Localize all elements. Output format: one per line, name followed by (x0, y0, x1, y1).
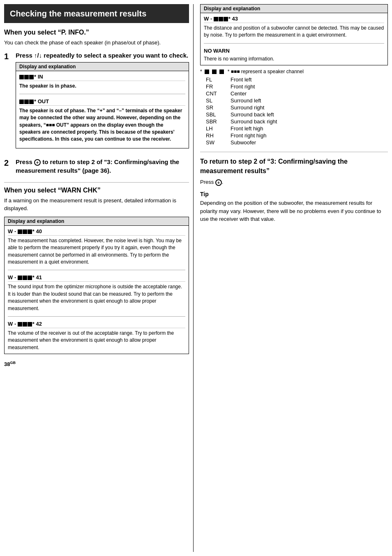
display-item-w40: W - * 40 The measurement has completed. … (8, 228, 185, 266)
nowarn-header: NO WARN (204, 48, 384, 54)
step1-display-box: Display and explanation * IN The speaker… (16, 62, 189, 148)
asterisk-star: * (200, 69, 202, 74)
w41-sq1 (18, 276, 22, 280)
out-description: The speaker is out of phase. The “+” and… (19, 107, 185, 143)
channel-desc: Center (231, 90, 388, 97)
asterisk-sq2 (212, 70, 217, 74)
black-sq-4 (19, 100, 24, 104)
display-item-w43: W - * 43 The distance and position of a … (204, 16, 384, 39)
channel-code: SW (206, 139, 231, 146)
w40-sq3 (28, 229, 32, 234)
w41-sq3 (28, 276, 32, 280)
w43-sq3 (224, 17, 228, 21)
page-num-value: 38 (4, 361, 10, 367)
channel-desc: Subwoofer (231, 139, 388, 146)
display-item-w41: W - * 41 The sound input from the optimi… (8, 274, 185, 312)
tip-section: Tip Depending on the position of the sub… (200, 191, 388, 223)
asterisk-note-row: * * ■■■ represent a speaker channel (200, 69, 388, 74)
section2-intro: If a warning on the measurement result i… (4, 197, 189, 213)
w41-label: W - * 41 (8, 274, 42, 280)
channel-desc: Front left (231, 76, 388, 83)
asterisk-sq3 (219, 70, 224, 74)
w40-sq2 (23, 229, 27, 234)
page-container: Checking the measurement results When yo… (0, 0, 392, 556)
page-title: Checking the measurement results (10, 8, 183, 19)
black-sq-5 (24, 100, 29, 104)
channel-desc: Front left high (231, 125, 388, 132)
tip-text: Depending on the position of the subwoof… (200, 199, 388, 223)
step-2-content: Press + to return to step 2 of "3: Confi… (16, 158, 189, 177)
in-label: * IN (34, 74, 43, 80)
channel-desc: Front right (231, 83, 388, 90)
in-description: The speaker is in phase. (19, 83, 185, 90)
w40-label: W - * 40 (8, 228, 42, 234)
w41-sq2 (23, 276, 27, 280)
display-item-w42: W - * 42 The volume of the receiver is o… (8, 321, 185, 351)
w42-description: The volume of the receiver is out of the… (8, 330, 185, 351)
in-out-divider (19, 94, 185, 94)
section1-intro: You can check the phase of each speaker … (4, 39, 189, 47)
channel-code: SBL (206, 111, 231, 118)
w40-sq1 (18, 229, 22, 234)
return-section-text: Press +. (200, 178, 388, 186)
right-column: Display and explanation W - * 43 The dis… (193, 4, 388, 552)
channel-desc: Surround back left (231, 111, 388, 118)
step-1: 1 Press ↑/↓ repeatedly to select a speak… (4, 51, 189, 153)
section2-title: When you select “WARN CHK” (4, 187, 189, 194)
w41-w42-divider (8, 316, 185, 317)
nowarn-description: There is no warning information. (204, 56, 384, 63)
right-display-box: Display and explanation W - * 43 The dis… (200, 4, 388, 65)
channel-desc: Front right high (231, 132, 388, 139)
w42-label: W - * 42 (8, 321, 42, 327)
display-item-in-header: * IN (19, 74, 185, 81)
w43-label: W - * 43 (204, 16, 238, 22)
tip-title: Tip (200, 191, 388, 197)
black-sq-3 (29, 75, 34, 79)
section-divider-1 (4, 182, 189, 183)
out-label: * OUT (34, 98, 49, 104)
warn-display-box: Display and explanation W - * 40 The mea… (4, 217, 189, 354)
right-display-box-content: W - * 43 The distance and position of a … (201, 13, 387, 65)
display-item-out: * OUT The speaker is out of phase. The “… (19, 98, 185, 143)
circle-icon-2: + (215, 179, 222, 186)
channel-code: CNT (206, 90, 231, 97)
asterisk-note-text: * ■■■ represent a speaker channel (228, 69, 304, 74)
channel-code: SL (206, 97, 231, 104)
step-1-number: 1 (4, 51, 12, 62)
w43-description: The distance and position of a subwoofer… (204, 25, 384, 39)
w42-sq2 (23, 322, 27, 327)
left-column: Checking the measurement results When yo… (4, 4, 189, 552)
section-header-box: Checking the measurement results (4, 4, 189, 23)
nowarn-label: NO WARN (204, 48, 230, 54)
channel-code: RH (206, 132, 231, 139)
circle-icon-1: + (34, 159, 41, 166)
display-item-out-header: * OUT (19, 98, 185, 106)
black-sq-1 (19, 75, 24, 79)
channel-code: LH (206, 125, 231, 132)
speaker-channel-table: * * ■■■ represent a speaker channel FLFr… (200, 69, 388, 146)
display-item-nowarn: NO WARN There is no warning information. (204, 48, 384, 63)
step-2: 2 Press + to return to step 2 of "3: Con… (4, 158, 189, 177)
return-section-title: To return to step 2 of “3: Confirming/sa… (200, 157, 388, 176)
channel-desc: Surround left (231, 97, 388, 104)
section1-title: When you select “P. INFO.” (4, 29, 189, 36)
step1-display-box-content: * IN The speaker is in phase. * OUT The … (16, 71, 189, 148)
channel-code: SBR (206, 118, 231, 125)
w42-sq1 (18, 322, 22, 327)
w41-header: W - * 41 (8, 274, 185, 282)
w41-description: The sound input from the optimizer micro… (8, 283, 185, 312)
right-display-box-header: Display and explanation (201, 5, 387, 13)
w40-description: The measurement has completed. However, … (8, 237, 185, 266)
step1-display-box-header: Display and explanation (16, 63, 189, 71)
w43-header: W - * 43 (204, 16, 384, 23)
warn-display-box-header: Display and explanation (5, 217, 189, 226)
w43-sq2 (219, 17, 223, 21)
black-sq-2 (24, 75, 29, 79)
channel-rows: FLFront leftFRFront rightCNTCenterSLSurr… (200, 76, 388, 146)
step-2-text: Press + to return to step 2 of "3: Confi… (16, 158, 189, 175)
black-sq-6 (29, 100, 34, 104)
return-section: To return to step 2 of “3: Confirming/sa… (200, 157, 388, 186)
asterisk-sq1 (205, 70, 209, 74)
step-1-content: Press ↑/↓ repeatedly to select a speaker… (16, 51, 189, 153)
w43-sq1 (214, 17, 218, 21)
